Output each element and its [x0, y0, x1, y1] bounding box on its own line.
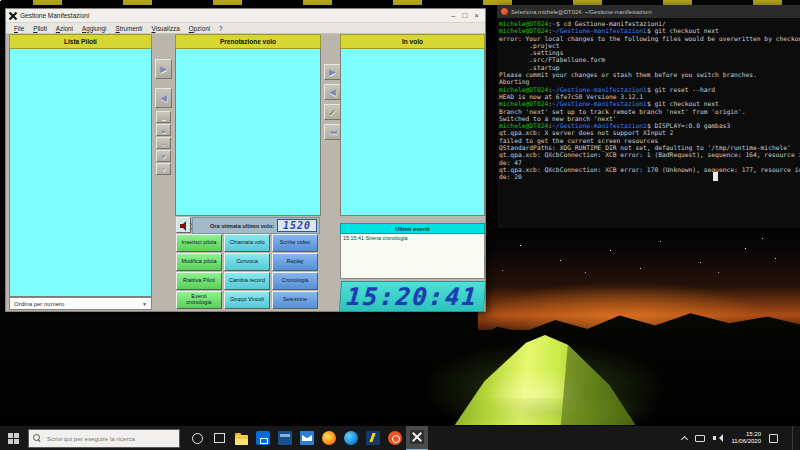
- taskbar-edge-icon[interactable]: [340, 426, 362, 450]
- terminal-text: michele@DT024: [499, 86, 548, 93]
- terminal-text: Branch 'next' set up to track remote bra…: [499, 108, 745, 115]
- terminal-line: michele@DT024:~/Gestione-manifestazioni$…: [499, 100, 798, 107]
- putty-icon: [366, 431, 380, 445]
- right-arrow-button[interactable]: ▶: [324, 64, 341, 80]
- taskbar-store-icon[interactable]: [252, 426, 274, 450]
- announce-button[interactable]: [176, 217, 191, 233]
- action-button-selezione[interactable]: Selezione: [272, 291, 318, 309]
- terminal-line: .startup: [499, 64, 798, 71]
- action-button-chiamata-volo[interactable]: Chiamata volo: [224, 234, 270, 252]
- left-right-arrow-button[interactable]: ↔: [156, 137, 171, 149]
- action-button-replay[interactable]: Replay: [272, 253, 318, 271]
- show-desktop-button[interactable]: [792, 426, 796, 450]
- taskbar-gambas-app-icon[interactable]: [406, 426, 428, 450]
- app-title: Gestione Manifestazioni: [20, 12, 89, 19]
- events-list[interactable]: 15:15:41 Sirena cronologia: [340, 234, 485, 279]
- stars: [0, 0, 1, 1]
- menu-item-help[interactable]: ?: [215, 25, 227, 32]
- taskbar-firefox-icon[interactable]: [318, 426, 340, 450]
- left-arrow-button[interactable]: ◀: [155, 88, 172, 108]
- right-arrow-button[interactable]: ▶: [155, 59, 172, 79]
- taskbar-rdp-icon[interactable]: [274, 426, 296, 450]
- taskbar-ubuntu-icon[interactable]: [384, 426, 406, 450]
- down-arrow-dim-button[interactable]: ▼: [156, 163, 171, 175]
- terminal-text: $ git checkout next: [647, 27, 719, 34]
- event-log-entry: 15:15:41 Sirena cronologia: [343, 235, 482, 242]
- network-icon[interactable]: [695, 435, 705, 442]
- left-arrow-button[interactable]: ◀: [324, 84, 341, 100]
- taskbar-cortana-icon[interactable]: [186, 426, 208, 450]
- terminal-line: Branch 'next' set up to track remote bra…: [499, 108, 798, 115]
- panel-header: Lista Piloti: [9, 34, 152, 49]
- close-button[interactable]: ×: [474, 12, 479, 20]
- menu-item-strumenti[interactable]: Strumenti: [112, 25, 147, 32]
- terminal-cursor: [713, 172, 718, 181]
- taskbar-file-explorer-icon[interactable]: [230, 426, 252, 450]
- terminal-text: .startup: [499, 64, 560, 71]
- up-arrow-dim-button[interactable]: ▲: [156, 111, 171, 123]
- terminal-text: QStandardPaths: XDG_RUNTIME_DIR not set,…: [499, 144, 791, 151]
- action-button-inserisci-pilota[interactable]: Inserisci pilota: [176, 234, 222, 252]
- transfer-strip-left: ▶◀▲▲↔▼▼: [154, 34, 173, 310]
- booking-list[interactable]: [175, 49, 321, 216]
- cortana-icon: [192, 433, 203, 444]
- edge-icon: [344, 431, 358, 445]
- terminal-output[interactable]: michele@DT024:~$ cd Gestione-manifestazi…: [497, 18, 800, 228]
- action-center-icon[interactable]: [769, 434, 778, 443]
- terminal-text: de: 47: [499, 159, 522, 166]
- terminal-line: qt.qpa.xcb: X server does not support XI…: [499, 129, 798, 136]
- maximize-button[interactable]: □: [462, 12, 467, 20]
- taskbar-mail-icon[interactable]: [296, 426, 318, 450]
- terminal-text: qt.qpa.xcb: QXcbConnection: XCB error: 1…: [499, 151, 800, 158]
- terminal-title-bar[interactable]: Seleziona michele@DT024: ~/Gestione-mani…: [497, 5, 800, 18]
- terminal-line: error: Your local changes to the followi…: [499, 35, 798, 42]
- terminal-line: de: 20: [499, 173, 798, 180]
- menu-item-opzioni[interactable]: Opzioni: [185, 25, 214, 32]
- menu-item-azioni[interactable]: Azioni: [52, 25, 77, 32]
- down-arrow-button[interactable]: ▼: [156, 150, 171, 162]
- volume-icon[interactable]: [713, 433, 723, 443]
- minimize-button[interactable]: –: [451, 12, 455, 20]
- taskbar-search[interactable]: [28, 429, 180, 448]
- action-button-riattiva-piloti[interactable]: Riattiva Piloti: [176, 272, 222, 290]
- terminal-text: .settings: [499, 49, 563, 56]
- terminal-text: de: 20: [499, 173, 522, 180]
- action-button-eventi-cronologia[interactable]: Eventi cronologia: [176, 291, 222, 309]
- menu-item-file[interactable]: File: [10, 25, 28, 32]
- yellow-stripe: [33, 0, 62, 5]
- tray-chevron-up-icon[interactable]: [681, 435, 688, 442]
- terminal-line: michele@DT024:~$ cd Gestione-manifestazi…: [499, 20, 798, 27]
- action-button-gruppi-vincoli[interactable]: Gruppi Vincoli: [224, 291, 270, 309]
- action-button-cronologia[interactable]: Cronologia: [272, 272, 318, 290]
- app-title-bar[interactable]: Gestione Manifestazioni – □ ×: [6, 9, 485, 23]
- action-button-scritte-video[interactable]: Scritte video: [272, 234, 318, 252]
- up-arrow-button[interactable]: ▲: [156, 124, 171, 136]
- terminal-app-icon: [501, 8, 508, 15]
- tray-clock[interactable]: 15:20 11/06/2020: [731, 431, 761, 446]
- action-button-convoca[interactable]: Convoca: [224, 253, 270, 271]
- events-header: Ultimi eventi: [340, 223, 485, 234]
- terminal-line: .project: [499, 42, 798, 49]
- action-button-cambia-record[interactable]: Cambia record: [224, 272, 270, 290]
- sort-combobox-value: Ordina per numero: [14, 301, 64, 307]
- in-flight-list[interactable]: [340, 49, 485, 216]
- terminal-text: Aborting: [499, 78, 529, 85]
- search-icon: [33, 434, 41, 442]
- terminal-text: ~/Gestione-manifestazioni: [552, 100, 647, 107]
- start-button[interactable]: [0, 426, 26, 450]
- menu-item-visualizza[interactable]: Visualizza: [147, 25, 183, 32]
- search-input[interactable]: [45, 434, 165, 443]
- taskbar-putty-icon[interactable]: [362, 426, 384, 450]
- windows-logo-icon: [8, 433, 19, 444]
- sort-combobox[interactable]: Ordina per numero ▼: [9, 297, 152, 310]
- double-left-arrow-button[interactable]: ◀◀: [324, 124, 341, 140]
- app-window-gestione-manifestazioni: Gestione Manifestazioni – □ × FilePiloti…: [5, 8, 486, 312]
- menu-item-aggiungi[interactable]: Aggiungi: [78, 25, 111, 32]
- menu-item-piloti[interactable]: Piloti: [29, 25, 51, 32]
- pilot-list[interactable]: [9, 49, 152, 297]
- check-button[interactable]: ✓: [324, 104, 341, 120]
- taskbar-task-view-icon[interactable]: [208, 426, 230, 450]
- terminal-line: Aborting: [499, 78, 798, 85]
- action-button-modifica-pilota[interactable]: Modifica pilota: [176, 253, 222, 271]
- terminal-line: Switched to a new branch 'next': [499, 115, 798, 122]
